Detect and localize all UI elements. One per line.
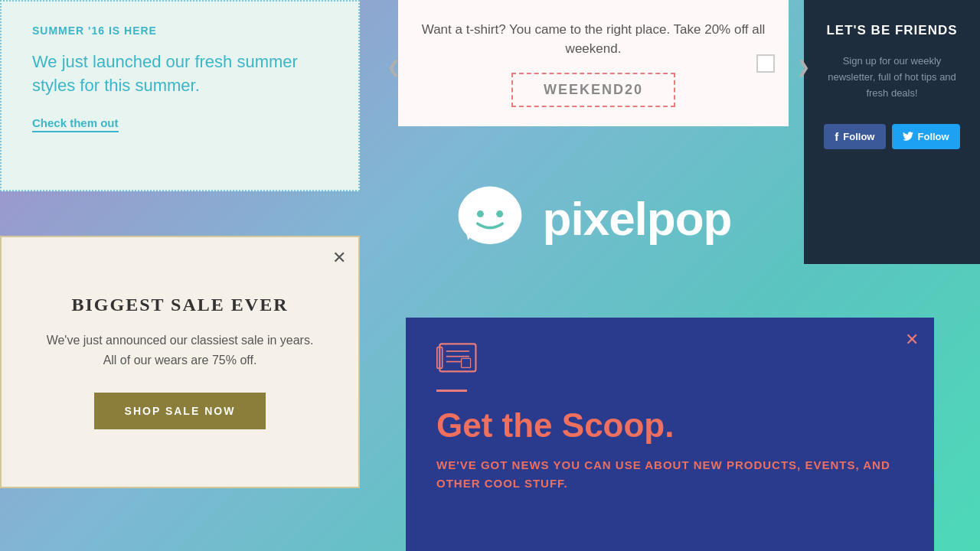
twitter-follow-label: Follow <box>918 131 949 142</box>
summer-body: We just launched our fresh summer styles… <box>32 51 335 98</box>
svg-rect-8 <box>462 358 471 367</box>
summer-link[interactable]: Check them out <box>32 116 119 132</box>
scoop-panel: ✕ Get the Scoop. WE'VE GOT NEWS YOU CAN … <box>406 318 934 551</box>
svg-point-1 <box>476 210 483 217</box>
summer-panel: SUMMER '16 IS HERE We just launched our … <box>0 0 360 191</box>
twitter-icon <box>903 131 913 143</box>
promo-text: Want a t-shirt? You came to the right pl… <box>413 20 773 59</box>
pixelpop-logo-text: pixelpop <box>543 191 732 246</box>
facebook-follow-button[interactable]: f Follow <box>824 124 885 149</box>
shop-sale-button[interactable]: SHOP SALE NOW <box>94 393 266 429</box>
facebook-icon: f <box>835 130 838 143</box>
summer-title: SUMMER '16 IS HERE <box>32 24 335 37</box>
sale-panel: ✕ BIGGEST SALE EVER We've just announced… <box>0 236 360 488</box>
arrow-right-icon[interactable]: ❯ <box>796 57 810 77</box>
scoop-close-button[interactable]: ✕ <box>905 330 919 350</box>
scoop-body: WE'VE GOT NEWS YOU CAN USE ABOUT NEW PRO… <box>436 456 903 493</box>
pixelpop-logo-icon <box>456 184 524 253</box>
newspaper-icon <box>436 341 482 379</box>
friends-body: Sign up for our weekly newsletter, full … <box>819 54 965 101</box>
scoop-divider <box>436 390 467 392</box>
sale-body: We've just announced our classiest sale … <box>40 331 320 370</box>
promo-code: WEEKEND20 <box>511 73 675 107</box>
arrow-left-icon[interactable]: ❮ <box>387 57 400 77</box>
sale-close-button[interactable]: ✕ <box>332 248 346 268</box>
twitter-follow-button[interactable]: Follow <box>892 124 960 149</box>
facebook-follow-label: Follow <box>843 131 874 142</box>
promo-panel: Want a t-shirt? You came to the right pl… <box>398 0 789 126</box>
logo-area: pixelpop <box>398 130 789 306</box>
friends-title: LET'S BE FRIENDS <box>819 23 965 38</box>
sale-title: BIGGEST SALE EVER <box>72 295 289 315</box>
scoop-title: Get the Scoop. <box>436 407 903 444</box>
promo-checkbox[interactable] <box>756 54 775 73</box>
friends-buttons: f Follow Follow <box>819 124 965 149</box>
friends-panel: LET'S BE FRIENDS Sign up for our weekly … <box>804 0 980 264</box>
svg-point-2 <box>496 210 503 217</box>
